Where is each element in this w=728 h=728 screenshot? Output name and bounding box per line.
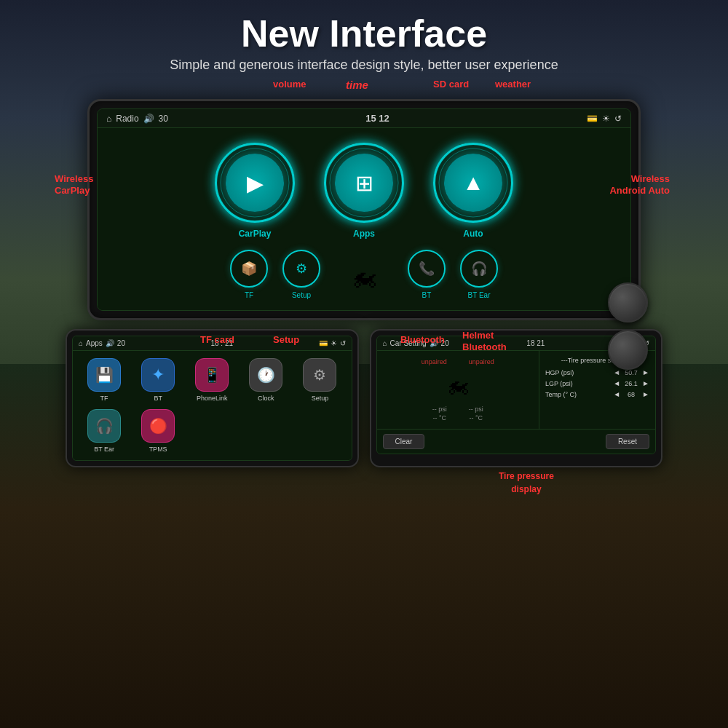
tf-button[interactable]: 📦 TF xyxy=(230,250,268,299)
sd-card-icon: 💳 xyxy=(587,114,598,124)
apps-circle[interactable]: ⊞ xyxy=(324,143,404,223)
bt-icon[interactable]: 📞 xyxy=(408,250,446,288)
car-moto-icon: 🏍 xyxy=(446,372,470,399)
sensor-psi-row: -- psi -- °C -- psi -- °C xyxy=(432,405,483,422)
rear-psi-val: -- psi xyxy=(469,405,483,413)
app-clock-icon[interactable]: 🕐 xyxy=(249,358,282,392)
bt-label: BT xyxy=(422,291,432,299)
label-tf-card: TF card xyxy=(200,334,234,346)
apps-grid-row1: 💾 TF ✦ BT 📱 PhoneLink 🕐 xyxy=(73,351,352,409)
main-device: ⌂ Radio 🔊 30 15 12 💳 ☀ ↺ xyxy=(87,99,641,320)
apps-device: ⌂ Apps 🔊 20 18 : 21 💳 ☀ ↺ xyxy=(66,329,359,467)
lgp-val: 26.1 xyxy=(620,380,642,387)
setup-button[interactable]: ⚙ Setup xyxy=(282,250,320,299)
app-bt-ear-icon[interactable]: 🎧 xyxy=(87,409,121,443)
main-topbar: ⌂ Radio 🔊 30 15 12 💳 ☀ ↺ xyxy=(98,109,630,128)
radio-label: Radio xyxy=(116,114,138,124)
temp-dec[interactable]: ◄ xyxy=(613,390,620,398)
apps-home-icon[interactable]: ⌂ xyxy=(79,339,83,347)
apps-sd-icon: 💳 xyxy=(319,339,328,347)
bt-button[interactable]: 📞 BT xyxy=(408,250,446,299)
apps-vol: 20 xyxy=(117,339,125,347)
app-setup-label: Setup xyxy=(312,395,329,402)
bt-ear-button[interactable]: 🎧 BT Ear xyxy=(460,250,498,299)
setup-icon[interactable]: ⚙ xyxy=(282,250,320,288)
tf-icon[interactable]: 📦 xyxy=(230,250,268,288)
carplay-label: CarPlay xyxy=(239,229,272,239)
knob-left[interactable] xyxy=(608,282,648,323)
car-home-icon[interactable]: ⌂ xyxy=(383,339,387,347)
app-setup-icon[interactable]: ⚙ xyxy=(303,358,336,392)
apps-back-icon[interactable]: ↺ xyxy=(340,339,346,347)
bottom-screens: ⌂ Apps 🔊 20 18 : 21 💳 ☀ ↺ xyxy=(66,329,662,467)
apps-bright-icon[interactable]: ☀ xyxy=(331,339,337,347)
tf-label: TF xyxy=(245,291,253,299)
volume-value: 30 xyxy=(159,114,168,124)
reset-button[interactable]: Reset xyxy=(606,434,649,449)
topbar-left: ⌂ Radio 🔊 30 xyxy=(106,114,168,124)
apps-topbar-right: 💳 ☀ ↺ xyxy=(319,339,346,347)
lgp-dec[interactable]: ◄ xyxy=(613,379,620,387)
apps-screen: ⌂ Apps 🔊 20 18 : 21 💳 ☀ ↺ xyxy=(72,336,352,461)
lgp-inc[interactable]: ► xyxy=(642,379,649,387)
rear-psi: -- psi -- °C xyxy=(469,405,483,422)
app-clock[interactable]: 🕐 Clock xyxy=(242,358,290,402)
lgp-row: LGP (psi) ◄ 26.1 ► xyxy=(545,379,649,387)
app-phonelink-label: PhoneLink xyxy=(197,395,228,402)
hgp-val: 50.7 xyxy=(620,369,642,376)
clear-button[interactable]: Clear xyxy=(383,434,425,449)
app-bt-ear-label: BT Ear xyxy=(94,446,114,453)
tire-pressure-text: Tire pressuredisplay xyxy=(499,471,554,494)
app-phonelink-icon[interactable]: 📱 xyxy=(195,358,229,392)
knobs-area xyxy=(608,282,648,370)
label-wireless-android: WirelessAndroid Auto xyxy=(609,173,670,196)
topbar-time: 15 12 xyxy=(365,113,389,124)
auto-button[interactable]: ▲ Auto xyxy=(433,143,513,239)
front-temp-val: -- °C xyxy=(432,414,446,422)
knob-right[interactable] xyxy=(608,330,648,370)
app-clock-label: Clock xyxy=(258,395,274,402)
apps-grid-row2: 🎧 BT Ear 🔴 TPMS xyxy=(73,409,352,460)
app-setup[interactable]: ⚙ Setup xyxy=(296,358,344,402)
app-bt-ear[interactable]: 🎧 BT Ear xyxy=(80,409,128,453)
brightness-icon[interactable]: ☀ xyxy=(602,114,610,124)
tire-pressure-label: Tire pressuredisplay xyxy=(499,469,554,495)
carplay-button[interactable]: ▶ CarPlay xyxy=(215,143,295,239)
hgp-label: HGP (psi) xyxy=(545,369,613,376)
bt-ear-icon[interactable]: 🎧 xyxy=(460,250,498,288)
auto-circle[interactable]: ▲ xyxy=(433,143,513,223)
temp-inc[interactable]: ► xyxy=(642,390,649,398)
app-tf[interactable]: 💾 TF xyxy=(80,358,128,402)
label-time: time xyxy=(346,79,368,92)
rear-temp-val: -- °C xyxy=(469,414,483,422)
app-phonelink[interactable]: 📱 PhoneLink xyxy=(188,358,236,402)
app-tf-icon[interactable]: 💾 xyxy=(87,358,121,392)
small-buttons-row: 📦 TF ⚙ Setup 🏍 📞 BT 🎧 xyxy=(98,246,630,310)
apps-vol-icon: 🔊 xyxy=(106,339,114,347)
carplay-circle[interactable]: ▶ xyxy=(215,143,295,223)
car-topbar-time: 18 21 xyxy=(526,339,545,347)
app-bt-label: BT xyxy=(154,395,162,402)
app-tpms-icon[interactable]: 🔴 xyxy=(141,409,175,443)
car-action-buttons: Clear Reset xyxy=(377,429,656,454)
page-subtitle: Simple and generous interface design sty… xyxy=(170,58,558,73)
sensor-status-row: unpaired unpaired xyxy=(422,358,494,365)
front-status: unpaired xyxy=(422,358,447,365)
app-bt[interactable]: ✦ BT xyxy=(134,358,182,402)
apps-label: Apps xyxy=(353,229,375,239)
front-sensor: unpaired xyxy=(422,358,447,365)
app-tpms[interactable]: 🔴 TPMS xyxy=(134,409,182,453)
apps-button[interactable]: ⊞ Apps xyxy=(324,143,404,239)
main-screen: ⌂ Radio 🔊 30 15 12 💳 ☀ ↺ xyxy=(97,108,631,311)
sensor-area: unpaired unpaired 🏍 -- psi -- °C xyxy=(377,351,539,429)
label-wireless-carplay: WirelessCarPlay xyxy=(55,173,93,196)
main-buttons-row: ▶ CarPlay ⊞ xyxy=(98,128,630,246)
motorcycle-icon: 🏍 xyxy=(335,256,393,299)
label-sd-card: SD card xyxy=(433,79,469,90)
topbar-right: 💳 ☀ ↺ xyxy=(587,114,622,124)
home-icon[interactable]: ⌂ xyxy=(106,114,111,124)
page-title: New Interface xyxy=(170,13,558,55)
label-bluetooth: Bluetooth xyxy=(400,334,445,346)
back-icon[interactable]: ↺ xyxy=(614,114,622,124)
app-bt-icon[interactable]: ✦ xyxy=(141,358,175,392)
